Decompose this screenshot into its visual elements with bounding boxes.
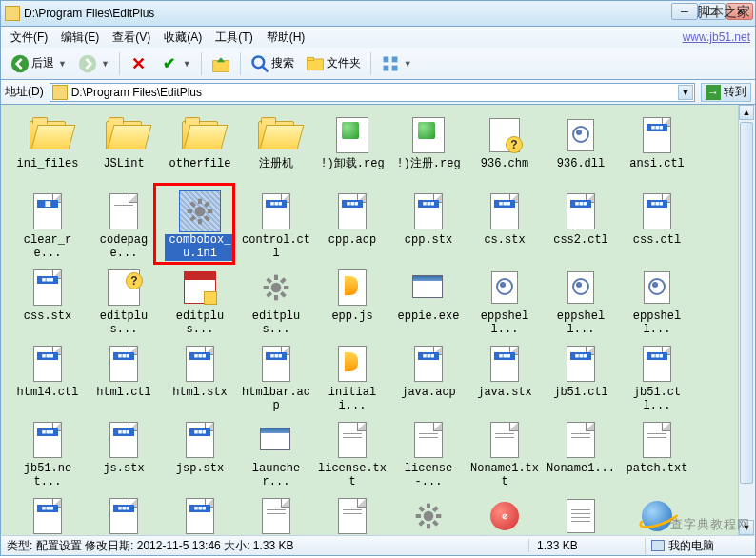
address-input[interactable]: D:\Program Files\EditPlus ▼ <box>50 83 695 102</box>
menu-view[interactable]: 查看(V) <box>107 28 156 48</box>
titlebar[interactable]: D:\Program Files\EditPlus ─ ☐ ✕ <box>0 0 756 27</box>
file-item[interactable]: initiali... <box>317 343 388 419</box>
file-item[interactable]: ■■■control.ctl <box>241 190 311 267</box>
file-icon <box>560 495 602 535</box>
file-item[interactable]: ■■■java.acp <box>393 343 464 419</box>
file-icon: ■■■ <box>255 190 297 232</box>
file-item[interactable]: eppshell... <box>546 267 616 343</box>
file-item[interactable]: ■■■jsp.stx <box>165 419 235 495</box>
file-area[interactable]: ini_filesJSLintotherfile注册机!)卸载.reg!)注册.… <box>1 105 738 535</box>
menu-edit[interactable]: 编辑(E) <box>55 28 105 48</box>
file-item[interactable]: ■■■cs.stx <box>469 190 540 267</box>
file-icon <box>103 190 145 232</box>
file-item[interactable]: ■■■java.stx <box>469 343 540 419</box>
folders-label: 文件夹 <box>327 55 361 71</box>
file-item[interactable]: eppshell... <box>469 267 540 343</box>
file-item[interactable]: editplus... <box>165 267 235 343</box>
file-item[interactable]: ini_files <box>12 114 83 190</box>
file-item[interactable]: readme_c... <box>317 495 388 535</box>
scroll-up-button[interactable]: ▲ <box>739 105 754 120</box>
file-item[interactable]: !)注册.reg <box>393 114 464 190</box>
views-button[interactable]: ▼ <box>377 51 416 76</box>
file-item[interactable]: ■■■jb51.ctl <box>546 343 616 419</box>
vertical-scrollbar[interactable]: ▲ ▼ <box>738 105 755 535</box>
forward-button[interactable]: ▼ <box>74 51 113 76</box>
file-item[interactable]: ■■■css2.ctl <box>546 190 616 267</box>
file-item[interactable]: patch.txt <box>622 419 692 495</box>
menu-file[interactable]: 文件(F) <box>5 28 53 48</box>
file-item[interactable]: ■■■php.stx <box>165 495 235 535</box>
file-label: 注册机 <box>259 158 293 171</box>
file-label: Noname1.txt <box>469 463 540 489</box>
file-item[interactable]: eppie.exe <box>393 267 464 343</box>
file-item[interactable]: ■■■html.ctl <box>89 343 159 419</box>
file-item[interactable]: epp.js <box>317 267 388 343</box>
search-button[interactable]: 搜索 <box>247 51 298 76</box>
x-icon: ✕ <box>129 54 149 73</box>
go-label: 转到 <box>724 84 746 100</box>
file-item[interactable]: ■■■js.stx <box>89 419 159 495</box>
separator <box>201 52 202 75</box>
file-item[interactable]: ■■■html.stx <box>165 343 235 419</box>
file-icon <box>179 114 221 156</box>
file-item[interactable]: Noname1... <box>546 419 616 495</box>
file-item[interactable]: 注册机 <box>241 114 311 190</box>
svg-line-16 <box>191 203 195 207</box>
dropdown-arrow-icon: ▼ <box>58 59 67 69</box>
file-label: eppie.exe <box>398 310 460 324</box>
folders-button[interactable]: 文件夹 <box>302 51 365 76</box>
file-item[interactable]: ■■■jb51.net... <box>12 419 83 495</box>
file-item[interactable]: ■■■cpp.stx <box>393 190 464 267</box>
back-button[interactable]: 后退 ▼ <box>7 51 70 76</box>
file-item[interactable]: ■■■html4.ctl <box>12 343 83 419</box>
file-item[interactable]: !)卸载.reg <box>317 114 388 190</box>
menu-favorites[interactable]: 收藏(A) <box>158 28 208 48</box>
file-item[interactable]: ■■■ansi.ctl <box>622 114 692 190</box>
file-item[interactable]: editplus... <box>89 267 159 343</box>
minimize-button[interactable]: ─ <box>671 3 698 20</box>
file-item[interactable]: readme.txt <box>241 495 311 535</box>
file-icon: ■■■ <box>27 343 69 385</box>
address-dropdown[interactable]: ▼ <box>678 85 693 100</box>
file-item[interactable]: license.txt <box>317 419 388 495</box>
file-label: eppshell... <box>622 310 692 337</box>
file-item[interactable]: ■■■css.stx <box>12 267 83 343</box>
menu-help[interactable]: 帮助(H) <box>261 28 311 48</box>
search-label: 搜索 <box>271 55 294 71</box>
file-item[interactable]: 936.dll <box>546 114 616 190</box>
file-item[interactable]: ■■■htmlbar.acp <box>241 343 311 419</box>
scroll-thumb[interactable] <box>740 122 753 484</box>
menu-tools[interactable]: 工具(T) <box>209 28 258 48</box>
up-button[interactable] <box>208 51 234 76</box>
file-item[interactable]: editplus... <box>241 267 311 343</box>
file-label: css2.ctl <box>553 234 608 248</box>
file-item[interactable]: Noname1.txt <box>469 419 540 495</box>
file-item[interactable]: otherfile <box>165 114 235 190</box>
file-item[interactable]: ■■■cpp.acp <box>317 190 388 267</box>
file-icon: ■■■ <box>255 343 297 385</box>
file-item[interactable]: launcher... <box>241 419 311 495</box>
file-item[interactable]: ■■■perl.acp <box>12 495 83 535</box>
svg-point-3 <box>252 56 264 68</box>
file-label: jb51.net... <box>12 463 83 489</box>
file-item[interactable]: codepage... <box>89 190 159 267</box>
file-item[interactable]: ■■■css.ctl <box>622 190 692 267</box>
go-button[interactable]: → 转到 <box>701 83 751 102</box>
file-label: js.stx <box>103 463 144 476</box>
delete-button[interactable]: ✕ <box>126 51 152 76</box>
file-item[interactable]: ▦clear_re... <box>12 190 83 267</box>
file-item[interactable]: eppshell... <box>622 267 692 343</box>
file-item[interactable]: 936.chm <box>469 114 540 190</box>
file-item[interactable]: ⊘remove.exe <box>469 495 540 535</box>
file-icon: ■■■ <box>560 343 602 385</box>
file-item[interactable]: ■■■jb51.ctl... <box>622 343 692 419</box>
file-item[interactable]: SETUP3.LOG <box>546 495 616 535</box>
file-item[interactable]: JSLint <box>89 114 159 190</box>
confirm-button[interactable]: ✔▼ <box>156 51 195 76</box>
file-item[interactable]: reg_u.ini <box>393 495 464 535</box>
file-label: !)注册.reg <box>396 158 460 171</box>
file-item[interactable]: license-... <box>393 419 464 495</box>
menubar: 文件(F) 编辑(E) 查看(V) 收藏(A) 工具(T) 帮助(H) <box>0 27 756 48</box>
file-item[interactable]: ■■■perl.stx <box>89 495 159 535</box>
file-item[interactable]: combobox_u.ini <box>165 190 235 267</box>
